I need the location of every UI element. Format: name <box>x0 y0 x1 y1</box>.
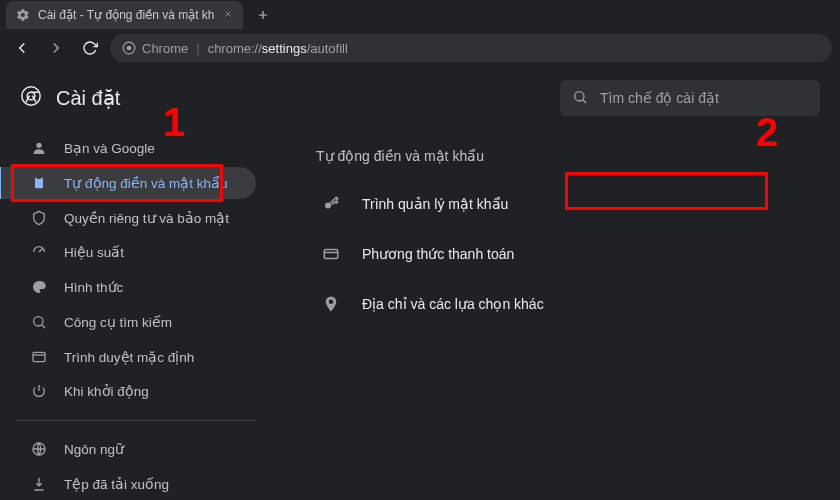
row-addresses[interactable]: Địa chỉ và các lựa chọn khác <box>304 278 816 328</box>
svg-point-4 <box>575 91 584 100</box>
tab-strip: Cài đặt - Tự động điền và mật kh <box>0 0 840 30</box>
sidebar-item-downloads[interactable]: Tệp đã tải xuống <box>16 467 256 500</box>
window-icon <box>30 348 48 366</box>
sidebar-divider <box>16 420 256 421</box>
settings-header: Cài đặt Tìm chế độ cài đặt <box>0 66 840 126</box>
download-icon <box>30 475 48 493</box>
svg-point-1 <box>127 46 132 51</box>
site-info-icon[interactable]: Chrome <box>122 41 188 56</box>
person-icon <box>30 139 48 157</box>
key-icon <box>322 195 340 213</box>
sidebar-item-search-engine[interactable]: Công cụ tìm kiếm <box>16 306 256 339</box>
page-title: Cài đặt <box>56 86 120 110</box>
settings-search[interactable]: Tìm chế độ cài đặt <box>560 80 820 116</box>
omnibox[interactable]: Chrome | chrome://settings/autofill <box>110 34 832 62</box>
forward-button[interactable] <box>42 34 70 62</box>
svg-rect-9 <box>33 352 45 361</box>
search-icon <box>30 313 48 331</box>
sidebar-item-on-startup[interactable]: Khi khởi động <box>16 375 256 408</box>
clipboard-icon <box>30 174 48 192</box>
power-icon <box>30 382 48 400</box>
svg-rect-12 <box>324 249 338 258</box>
sidebar-item-appearance[interactable]: Hình thức <box>16 271 256 304</box>
chrome-logo-icon <box>20 85 42 111</box>
omnibox-url: chrome://settings/autofill <box>208 41 348 56</box>
omnibox-browser-label: Chrome <box>142 41 188 56</box>
sidebar-item-privacy[interactable]: Quyền riêng tư và bảo mật <box>16 201 256 234</box>
gear-icon <box>16 8 30 22</box>
svg-point-5 <box>36 143 41 148</box>
settings-main: Tự động điền và mật khẩu Trình quản lý m… <box>256 126 840 500</box>
sidebar-item-label: Bạn và Google <box>64 140 155 156</box>
svg-rect-6 <box>35 178 43 189</box>
row-label: Phương thức thanh toán <box>362 246 514 262</box>
shield-icon <box>30 209 48 227</box>
omnibox-separator: | <box>196 41 199 56</box>
sidebar-item-label: Hình thức <box>64 279 123 295</box>
sidebar-item-default-browser[interactable]: Trình duyệt mặc định <box>16 340 256 373</box>
speedometer-icon <box>30 243 48 261</box>
browser-tab[interactable]: Cài đặt - Tự động điền và mật kh <box>6 1 243 29</box>
sidebar-item-label: Tệp đã tải xuống <box>64 476 169 492</box>
svg-rect-7 <box>37 176 41 179</box>
sidebar-item-performance[interactable]: Hiệu suất <box>16 236 256 269</box>
browser-toolbar: Chrome | chrome://settings/autofill <box>0 30 840 66</box>
back-button[interactable] <box>8 34 36 62</box>
sidebar-item-label: Hiệu suất <box>64 244 124 260</box>
sidebar-item-label: Công cụ tìm kiếm <box>64 314 172 330</box>
row-password-manager[interactable]: Trình quản lý mật khẩu <box>304 178 816 228</box>
sidebar-item-languages[interactable]: Ngôn ngữ <box>16 433 256 466</box>
sidebar-item-label: Ngôn ngữ <box>64 441 124 457</box>
settings-content: Bạn và Google Tự động điền và mật khẩu Q… <box>0 126 840 500</box>
credit-card-icon <box>322 245 340 263</box>
sidebar-item-label: Trình duyệt mặc định <box>64 349 194 365</box>
sidebar-item-label: Tự động điền và mật khẩu <box>64 175 228 191</box>
close-icon[interactable] <box>223 8 233 22</box>
settings-page: Cài đặt Tìm chế độ cài đặt Bạn và Google… <box>0 66 840 500</box>
location-icon <box>322 295 340 313</box>
search-icon <box>572 89 588 108</box>
sidebar-item-you-and-google[interactable]: Bạn và Google <box>16 132 256 165</box>
sidebar-item-label: Khi khởi động <box>64 383 149 399</box>
sidebar-item-label: Quyền riêng tư và bảo mật <box>64 210 229 226</box>
palette-icon <box>30 278 48 296</box>
row-payment-methods[interactable]: Phương thức thanh toán <box>304 228 816 278</box>
row-label: Trình quản lý mật khẩu <box>362 196 508 212</box>
svg-point-2 <box>22 87 40 105</box>
svg-point-8 <box>34 317 43 326</box>
svg-point-11 <box>325 202 331 208</box>
sidebar-item-autofill[interactable]: Tự động điền và mật khẩu <box>16 167 256 200</box>
section-title: Tự động điền và mật khẩu <box>304 142 816 170</box>
tab-title: Cài đặt - Tự động điền và mật kh <box>38 8 215 22</box>
globe-icon <box>30 440 48 458</box>
row-label: Địa chỉ và các lựa chọn khác <box>362 296 544 312</box>
settings-search-placeholder: Tìm chế độ cài đặt <box>600 90 719 106</box>
new-tab-button[interactable] <box>251 3 275 27</box>
settings-sidebar: Bạn và Google Tự động điền và mật khẩu Q… <box>16 126 256 500</box>
reload-button[interactable] <box>76 34 104 62</box>
